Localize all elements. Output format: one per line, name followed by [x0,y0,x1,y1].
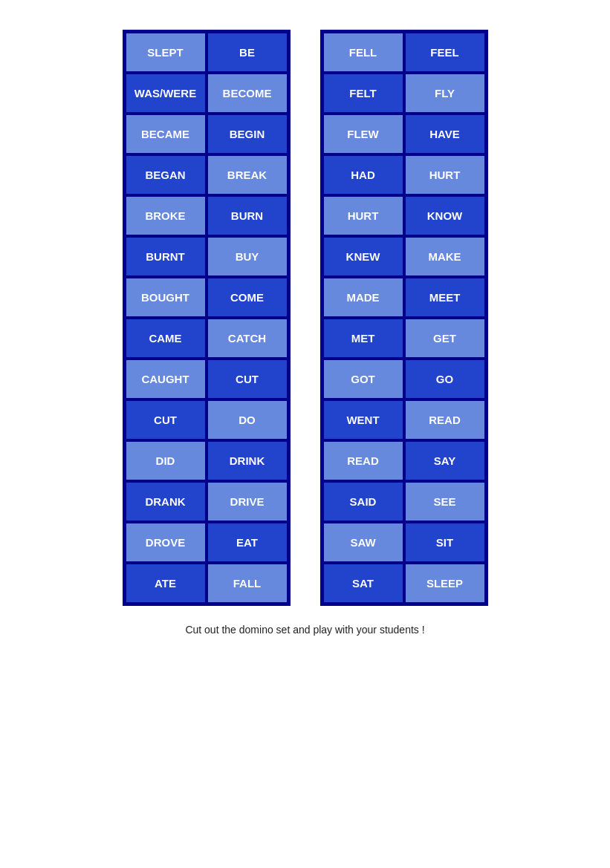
domino-cell: DRIVE [207,481,288,522]
domino-cell: DROVE [125,522,207,563]
domino-cell: READ [322,440,404,481]
domino-cell: FALL [207,563,288,604]
domino-row: SAWSIT [322,522,486,563]
domino-cell: MAKE [404,236,486,277]
domino-cell: BECOME [207,73,288,114]
domino-cell: CAME [125,318,207,359]
domino-row: CAMECATCH [125,318,288,359]
domino-cell: SLEEP [404,563,486,604]
domino-cell: CUT [125,399,207,440]
domino-cell: CATCH [207,318,288,359]
domino-row: BOUGHTCOME [125,277,288,318]
domino-cell: WAS/WERE [125,73,207,114]
domino-cell: HAD [322,154,404,195]
domino-row: READSAY [322,440,486,481]
domino-cell: BEGIN [207,114,288,154]
domino-row: BEGANBREAK [125,154,288,195]
domino-cell: DO [207,399,288,440]
domino-cell: SAID [322,481,404,522]
domino-cell: WENT [322,399,404,440]
domino-row: MADEMEET [322,277,486,318]
domino-row: BECAMEBEGIN [125,114,288,154]
domino-row: HADHURT [322,154,486,195]
domino-row: FLEWHAVE [322,114,486,154]
domino-cell: KNEW [322,236,404,277]
domino-row: GOTGO [322,359,486,399]
domino-cell: BUY [207,236,288,277]
domino-row: HURTKNOW [322,195,486,236]
domino-row: METGET [322,318,486,359]
domino-cell: BURN [207,195,288,236]
domino-cell: BE [207,32,288,73]
domino-cell: HAVE [404,114,486,154]
domino-column-left: SLEPTBEWAS/WEREBECOMEBECAMEBEGINBEGANBRE… [123,30,291,606]
domino-row: KNEWMAKE [322,236,486,277]
domino-cell: DRANK [125,481,207,522]
domino-row: WAS/WEREBECOME [125,73,288,114]
domino-row: ATEFALL [125,563,288,604]
domino-row: SAIDSEE [322,481,486,522]
domino-cell: SIT [404,522,486,563]
domino-cell: FLEW [322,114,404,154]
domino-cell: BREAK [207,154,288,195]
domino-cell: BOUGHT [125,277,207,318]
domino-row: BURNTBUY [125,236,288,277]
domino-cell: FLY [404,73,486,114]
domino-cell: READ [404,399,486,440]
domino-cell: SAY [404,440,486,481]
domino-cell: MEET [404,277,486,318]
domino-row: CUTDO [125,399,288,440]
domino-row: SLEPTBE [125,32,288,73]
domino-cell: FELL [322,32,404,73]
domino-cell: COME [207,277,288,318]
domino-cell: BEGAN [125,154,207,195]
domino-cell: BROKE [125,195,207,236]
footer-text: Cut out the domino set and play with you… [185,624,424,636]
domino-row: FELLFEEL [322,32,486,73]
domino-cell: SAW [322,522,404,563]
domino-cell: CUT [207,359,288,399]
domino-row: FELTFLY [322,73,486,114]
domino-cell: ATE [125,563,207,604]
dominoes-container: SLEPTBEWAS/WEREBECOMEBECAMEBEGINBEGANBRE… [123,30,488,606]
domino-column-right: FELLFEELFELTFLYFLEWHAVEHADHURTHURTKNOWKN… [320,30,488,606]
domino-cell: HURT [404,154,486,195]
domino-cell: BECAME [125,114,207,154]
domino-cell: CAUGHT [125,359,207,399]
domino-cell: KNOW [404,195,486,236]
domino-cell: DRINK [207,440,288,481]
domino-row: WENTREAD [322,399,486,440]
domino-cell: SAT [322,563,404,604]
domino-cell: SLEPT [125,32,207,73]
domino-cell: GET [404,318,486,359]
domino-cell: MADE [322,277,404,318]
domino-cell: FEEL [404,32,486,73]
domino-cell: GOT [322,359,404,399]
domino-row: DIDDRINK [125,440,288,481]
domino-cell: DID [125,440,207,481]
domino-row: SATSLEEP [322,563,486,604]
domino-row: CAUGHTCUT [125,359,288,399]
domino-cell: HURT [322,195,404,236]
domino-row: BROKEBURN [125,195,288,236]
domino-row: DRANKDRIVE [125,481,288,522]
domino-cell: SEE [404,481,486,522]
domino-cell: MET [322,318,404,359]
domino-cell: FELT [322,73,404,114]
domino-row: DROVEEAT [125,522,288,563]
domino-cell: EAT [207,522,288,563]
domino-cell: BURNT [125,236,207,277]
domino-cell: GO [404,359,486,399]
